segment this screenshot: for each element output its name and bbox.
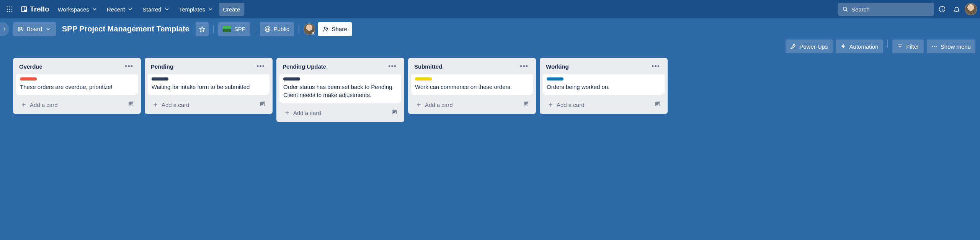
svg-point-32 bbox=[936, 46, 936, 47]
list-title[interactable]: Pending Update bbox=[283, 63, 326, 70]
chevron-down-icon bbox=[45, 26, 51, 32]
nav-menu-templates[interactable]: Templates bbox=[175, 3, 217, 16]
board-member-avatar[interactable] bbox=[304, 23, 315, 35]
powerups-button[interactable]: Power-Ups bbox=[786, 39, 832, 53]
star-board-button[interactable] bbox=[196, 22, 209, 36]
chevron-down-icon bbox=[127, 6, 133, 12]
show-menu-button[interactable]: Show menu bbox=[927, 39, 975, 53]
filter-button[interactable]: Filter bbox=[892, 39, 923, 53]
svg-point-2 bbox=[11, 7, 13, 8]
list-header: Working••• bbox=[543, 61, 665, 74]
plus-icon bbox=[284, 110, 290, 116]
card[interactable]: Orders being worked on. bbox=[543, 74, 665, 95]
svg-rect-51 bbox=[525, 103, 528, 104]
card-text: Order status has been set back to Pendin… bbox=[283, 83, 397, 99]
list-title[interactable]: Pending bbox=[151, 63, 173, 70]
card-label bbox=[20, 77, 37, 81]
svg-point-30 bbox=[932, 46, 933, 47]
plus-icon bbox=[416, 102, 422, 108]
svg-rect-52 bbox=[525, 104, 526, 104]
workspace-icon bbox=[223, 26, 231, 32]
svg-rect-41 bbox=[261, 103, 264, 104]
list: Submitted•••Work can commence on these o… bbox=[408, 58, 536, 114]
admin-chevrons-icon bbox=[311, 31, 315, 35]
card[interactable]: Order status has been set back to Pendin… bbox=[279, 74, 401, 103]
share-button[interactable]: Share bbox=[318, 22, 352, 36]
nav-menu-starred[interactable]: Starred bbox=[139, 3, 173, 16]
list-title[interactable]: Submitted bbox=[414, 63, 442, 70]
list-actions-button[interactable]: ••• bbox=[255, 62, 266, 71]
add-card-button[interactable]: Add a card bbox=[150, 100, 258, 110]
list-title[interactable]: Working bbox=[546, 63, 569, 70]
svg-rect-19 bbox=[22, 27, 23, 30]
create-from-template-button[interactable] bbox=[126, 99, 136, 110]
create-from-template-button[interactable] bbox=[521, 99, 531, 110]
view-switcher-button[interactable]: Board bbox=[13, 22, 56, 36]
view-switcher-label: Board bbox=[27, 26, 42, 32]
automation-button[interactable]: Automation bbox=[836, 39, 883, 53]
svg-point-12 bbox=[843, 7, 847, 11]
trello-logo[interactable]: Trello bbox=[18, 3, 52, 16]
svg-point-25 bbox=[794, 45, 794, 46]
svg-point-31 bbox=[934, 46, 935, 47]
add-card-button[interactable]: Add a card bbox=[282, 108, 390, 118]
svg-rect-46 bbox=[393, 111, 396, 112]
list-title[interactable]: Overdue bbox=[19, 63, 42, 70]
apps-grid-icon bbox=[6, 6, 13, 13]
list-actions-button[interactable]: ••• bbox=[518, 62, 530, 71]
bolt-icon bbox=[840, 43, 846, 49]
filter-icon bbox=[897, 43, 903, 49]
nav-menu-label: Templates bbox=[179, 6, 205, 13]
board-toolbar: Power-Ups Automation Filter Show menu bbox=[0, 39, 980, 57]
add-card-button[interactable]: Add a card bbox=[413, 100, 521, 110]
nav-menu-workspaces[interactable]: Workspaces bbox=[54, 3, 101, 16]
list-actions-button[interactable]: ••• bbox=[123, 62, 135, 71]
create-from-template-button[interactable] bbox=[390, 107, 399, 118]
card[interactable]: Work can commence on these orders. bbox=[411, 74, 533, 95]
app-switcher-button[interactable] bbox=[3, 3, 16, 16]
card-text: These orders are overdue, prioritize! bbox=[20, 83, 134, 91]
template-icon bbox=[128, 101, 134, 107]
card-text: Orders being worked on. bbox=[547, 83, 661, 91]
nav-menu-label: Starred bbox=[142, 6, 161, 13]
dots-horizontal-icon bbox=[931, 43, 938, 49]
notifications-button[interactable] bbox=[950, 3, 963, 16]
add-card-button[interactable]: Add a card bbox=[545, 100, 653, 110]
info-button[interactable] bbox=[936, 3, 949, 16]
list-header: Submitted••• bbox=[411, 61, 533, 74]
visibility-button[interactable]: Public bbox=[260, 22, 294, 36]
workspace-button[interactable]: SPP bbox=[218, 22, 250, 36]
list-actions-button[interactable]: ••• bbox=[650, 62, 662, 71]
svg-rect-37 bbox=[130, 104, 131, 104]
board-title[interactable]: SPP Project Management Template bbox=[59, 25, 193, 33]
svg-marker-26 bbox=[841, 44, 845, 49]
card-label bbox=[547, 77, 564, 81]
card-text: Waiting for intake form to be submitted bbox=[152, 83, 266, 91]
svg-point-22 bbox=[324, 27, 326, 29]
trello-logo-text: Trello bbox=[30, 5, 49, 13]
add-card-label: Add a card bbox=[30, 102, 58, 108]
create-button[interactable]: Create bbox=[219, 3, 244, 16]
create-from-template-button[interactable] bbox=[258, 99, 267, 110]
user-add-icon bbox=[323, 26, 329, 32]
nav-menu-label: Workspaces bbox=[58, 6, 89, 13]
search-icon bbox=[842, 6, 848, 12]
create-from-template-button[interactable] bbox=[653, 99, 662, 110]
svg-rect-56 bbox=[657, 103, 659, 104]
divider bbox=[887, 39, 888, 47]
board-view-icon bbox=[18, 26, 24, 32]
account-avatar[interactable] bbox=[965, 3, 977, 15]
card[interactable]: These orders are overdue, prioritize! bbox=[16, 74, 138, 95]
search-input[interactable]: Search bbox=[838, 3, 934, 16]
add-card-button[interactable]: Add a card bbox=[18, 100, 126, 110]
board-lists: Overdue•••These orders are overdue, prio… bbox=[0, 57, 980, 127]
add-card-label: Add a card bbox=[557, 102, 585, 108]
nav-menu-recent[interactable]: Recent bbox=[103, 3, 137, 16]
card[interactable]: Waiting for intake form to be submitted bbox=[148, 74, 270, 95]
list-header: Pending••• bbox=[148, 61, 270, 74]
create-label: Create bbox=[223, 6, 240, 13]
list-actions-button[interactable]: ••• bbox=[387, 62, 398, 71]
rocket-icon bbox=[790, 43, 796, 49]
automation-label: Automation bbox=[849, 43, 879, 50]
card-label bbox=[152, 77, 168, 81]
